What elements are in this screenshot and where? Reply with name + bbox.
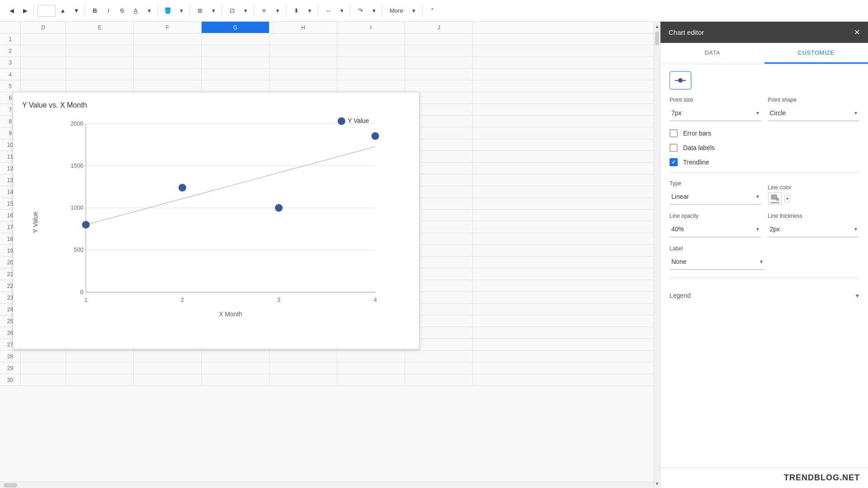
collapse-toolbar-button[interactable]: ⌃ — [426, 5, 439, 17]
chart-editor-panel: Chart editor ✕ DATA CUSTOMIZE — [660, 22, 868, 488]
col-header-d[interactable]: D — [21, 22, 66, 33]
svg-rect-21 — [771, 195, 777, 199]
scroll-up-button[interactable]: ▲ — [654, 22, 660, 31]
table-row: 29 — [0, 362, 654, 374]
type-select[interactable]: Linear — [670, 188, 761, 205]
toolbar-valign-group: ⬍ ▾ — [288, 5, 318, 17]
back-button[interactable]: ◀ — [5, 5, 18, 17]
line-thickness-select[interactable]: 2px — [768, 221, 859, 237]
col-header-e[interactable]: E — [66, 22, 134, 33]
scroll-down-button[interactable]: ▼ — [654, 479, 660, 488]
font-size-input[interactable]: 10 — [38, 5, 56, 17]
merge-dropdown[interactable]: ▾ — [239, 5, 252, 17]
font-color-button[interactable]: A — [129, 5, 142, 17]
opacity-thickness-row: Line opacity 40% Line thickness 2px — [670, 213, 859, 237]
data-point-4[interactable] — [371, 132, 379, 140]
trendline-row: Trendline — [670, 158, 859, 166]
fill-color-dropdown[interactable]: ▾ — [175, 5, 188, 17]
bold-button[interactable]: B — [89, 5, 101, 17]
table-row: 1 — [0, 33, 654, 45]
error-bars-checkbox[interactable] — [670, 129, 678, 137]
trendblog-area: TRENDBLOG.NET — [660, 467, 868, 488]
font-size-up[interactable]: ▲ — [57, 5, 69, 17]
data-point-3[interactable] — [275, 204, 283, 211]
point-shape-select-wrap: Circle — [768, 105, 859, 121]
line-color-picker[interactable] — [768, 192, 782, 205]
series-tab-icon[interactable] — [670, 71, 691, 89]
color-dropdown-button[interactable]: ▾ — [784, 195, 790, 202]
close-icon[interactable]: ✕ — [854, 28, 860, 37]
align-left-button[interactable]: ≡ — [258, 5, 270, 17]
scroll-thumb-v[interactable] — [655, 32, 659, 45]
legend-label: Y Value — [348, 117, 369, 124]
col-header-i[interactable]: I — [337, 22, 405, 33]
line-thickness-select-wrap: 2px — [768, 221, 859, 237]
borders-dropdown[interactable]: ▾ — [207, 5, 220, 17]
svg-point-18 — [678, 78, 683, 83]
wrap-dropdown[interactable]: ▾ — [335, 5, 348, 17]
chart-container[interactable]: Y Value vs. X Month Y Value 2000 1500 10… — [13, 92, 420, 349]
wrap-button[interactable]: ↔ — [322, 5, 335, 17]
y-axis-label: Y Value — [32, 211, 39, 233]
svg-text:500: 500 — [74, 246, 83, 253]
toolbar-collapse-group: ⌃ — [425, 5, 441, 17]
font-color-dropdown[interactable]: ▾ — [143, 5, 156, 17]
toolbar-border-group: ⊞ ▾ — [192, 5, 222, 17]
forward-button[interactable]: ▶ — [19, 5, 32, 17]
svg-text:1000: 1000 — [71, 204, 83, 211]
rotate-dropdown[interactable]: ▾ — [368, 5, 380, 17]
more-button[interactable]: More — [386, 5, 407, 17]
spreadsheet-wrapper: D E F G H I J 1 2 3 4 5 6 7 8 9 10 11 12… — [0, 22, 654, 488]
scroll-track[interactable] — [654, 31, 660, 479]
toolbar-format-group: B I S A ▾ — [87, 5, 158, 17]
point-shape-label: Point shape — [768, 97, 859, 103]
italic-button[interactable]: I — [102, 5, 115, 17]
point-size-group: Point size 7px — [670, 97, 761, 121]
horizontal-scrollbar[interactable] — [0, 482, 654, 488]
col-header-g[interactable]: G — [202, 22, 269, 33]
label-select-wrap: None — [670, 253, 764, 270]
column-headers: D E F G H I J — [0, 22, 654, 33]
borders-button[interactable]: ⊞ — [193, 5, 206, 17]
valign-dropdown[interactable]: ▾ — [303, 5, 316, 17]
col-header-f[interactable]: F — [134, 22, 202, 33]
col-header-j[interactable]: J — [405, 22, 473, 33]
svg-text:1: 1 — [84, 296, 87, 303]
type-select-wrap: Linear — [670, 188, 761, 205]
toolbar-merge-group: ⊡ ▾ — [224, 5, 254, 17]
label-select[interactable]: None — [670, 253, 764, 270]
more-dropdown[interactable]: ▾ — [408, 5, 420, 17]
trendline-checkbox[interactable] — [670, 158, 678, 166]
scroll-thumb[interactable] — [4, 483, 17, 488]
valign-button[interactable]: ⬍ — [290, 5, 302, 17]
line-opacity-select-wrap: 40% — [670, 221, 761, 237]
data-point-2[interactable] — [179, 184, 186, 192]
line-opacity-select[interactable]: 40% — [670, 221, 761, 237]
align-dropdown[interactable]: ▾ — [271, 5, 284, 17]
point-shape-select[interactable]: Circle — [768, 105, 859, 121]
data-point-1[interactable] — [82, 221, 90, 229]
data-labels-checkbox[interactable] — [670, 144, 678, 152]
font-size-down[interactable]: ▼ — [70, 5, 83, 17]
error-bars-label: Error bars — [683, 130, 711, 137]
table-row: 3 — [0, 57, 654, 69]
error-bars-row: Error bars — [670, 129, 859, 137]
point-size-select[interactable]: 7px — [670, 105, 761, 121]
type-linecolor-row: Type Linear Line color — [670, 180, 859, 205]
line-opacity-group: Line opacity 40% — [670, 213, 761, 237]
table-row: 4 — [0, 69, 654, 80]
tab-data[interactable]: DATA — [660, 43, 764, 64]
col-header-h[interactable]: H — [269, 22, 337, 33]
merge-button[interactable]: ⊡ — [226, 5, 238, 17]
vertical-scrollbar[interactable]: ▲ ▼ — [654, 22, 660, 488]
toolbar-rotate-group: ↷ ▾ — [352, 5, 382, 17]
color-underline — [770, 202, 779, 203]
svg-text:2: 2 — [181, 296, 184, 303]
toolbar-nav: ◀ ▶ — [4, 5, 34, 17]
legend-section-row[interactable]: Legend ▾ — [670, 286, 859, 305]
fill-color-button[interactable]: 🪣 — [161, 5, 174, 17]
tab-customize[interactable]: CUSTOMIZE — [764, 43, 868, 64]
label-label: Label — [670, 245, 764, 252]
strikethrough-button[interactable]: S — [116, 5, 128, 17]
rotate-button[interactable]: ↷ — [354, 5, 367, 17]
